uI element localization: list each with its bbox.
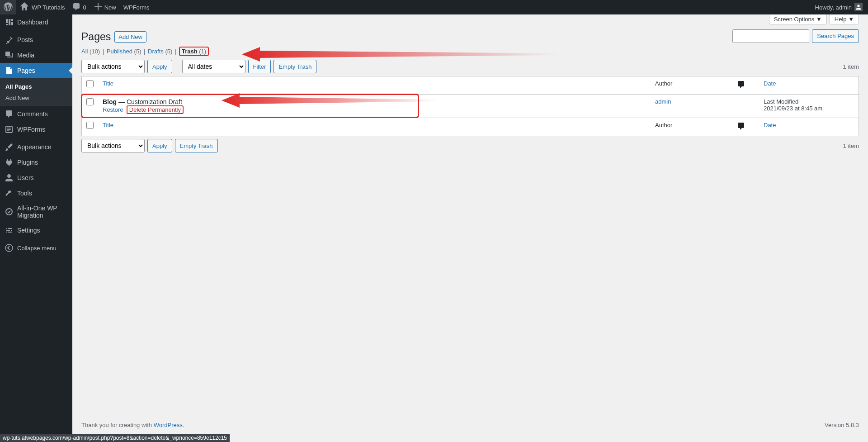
adminbar-left: WP Tutorials 0 New WPForms bbox=[0, 0, 153, 14]
main-content: Screen Options ▼ Help ▼ Pages Add New Se… bbox=[72, 14, 868, 442]
page-icon bbox=[5, 66, 14, 75]
col-title-header[interactable]: Title bbox=[98, 76, 651, 95]
wordpress-link[interactable]: WordPress bbox=[154, 422, 183, 428]
tablenav-top: Bulk actions Apply All dates Filter Empt… bbox=[81, 60, 859, 73]
page-wrap: Pages Add New Search Pages All (10) | Pu… bbox=[72, 24, 868, 152]
help-tab[interactable]: Help ▼ bbox=[830, 14, 859, 24]
plus-icon bbox=[94, 2, 103, 13]
submenu-add-new[interactable]: Add New bbox=[0, 92, 72, 104]
comments-link[interactable]: 0 bbox=[68, 0, 90, 14]
sidebar-item-plugins[interactable]: Plugins bbox=[0, 155, 72, 170]
sidebar-item-comments[interactable]: Comments bbox=[0, 106, 72, 122]
screen-meta-links: Screen Options ▼ Help ▼ bbox=[72, 14, 868, 24]
restore-link[interactable]: Restore bbox=[103, 106, 123, 113]
filter-all[interactable]: All (10) bbox=[81, 48, 100, 55]
col-date-footer[interactable]: Date bbox=[759, 118, 859, 136]
pages-submenu: All Pages Add New bbox=[0, 78, 72, 106]
comment-bubble-icon bbox=[736, 80, 745, 90]
item-count-bottom: 1 item bbox=[843, 143, 859, 149]
sidebar-item-pages[interactable]: Pages bbox=[0, 63, 72, 78]
col-comments-header[interactable] bbox=[732, 76, 759, 95]
footer-thanks: Thank you for creating with WordPress. bbox=[81, 422, 184, 428]
bulk-apply-top[interactable]: Apply bbox=[147, 60, 172, 73]
sidebar-item-tools[interactable]: Tools bbox=[0, 185, 72, 201]
row-checkbox[interactable] bbox=[86, 98, 94, 105]
status-filters: All (10) | Published (5) | Drafts (5) | … bbox=[81, 47, 859, 56]
collapse-menu-button[interactable]: Collapse menu bbox=[0, 240, 72, 256]
dashboard-icon bbox=[5, 18, 14, 27]
wordpress-logo-menu[interactable] bbox=[0, 0, 16, 14]
wpforms-label: WPForms bbox=[123, 4, 150, 11]
adminbar-right: Howdy, admin bbox=[811, 0, 868, 14]
delete-permanently-link[interactable]: Delete Permanently bbox=[129, 106, 181, 113]
search-input[interactable] bbox=[732, 29, 809, 43]
sidebar-item-appearance[interactable]: Appearance bbox=[0, 139, 72, 155]
svg-point-2 bbox=[5, 244, 13, 252]
howdy-text: Howdy, admin bbox=[815, 4, 852, 11]
sidebar-item-dashboard[interactable]: Dashboard bbox=[0, 14, 72, 30]
pages-table: Title Author Date Blog — Customization D… bbox=[81, 76, 859, 136]
table-row: Blog — Customization Draft Restore Delet… bbox=[82, 95, 859, 118]
comment-icon bbox=[5, 109, 14, 119]
filter-button[interactable]: Filter bbox=[248, 60, 271, 73]
settings-icon bbox=[5, 226, 14, 235]
row-author: admin bbox=[651, 95, 732, 118]
screen-options-tab[interactable]: Screen Options ▼ bbox=[769, 14, 827, 24]
search-button[interactable]: Search Pages bbox=[812, 29, 859, 43]
pin-icon bbox=[5, 35, 14, 44]
comment-bubble-icon bbox=[736, 122, 745, 132]
bulk-action-select-top[interactable]: Bulk actions bbox=[81, 60, 145, 73]
filter-trash-highlight: Trash (1) bbox=[179, 47, 209, 56]
footer-version: Version 5.8.3 bbox=[825, 422, 859, 428]
filter-trash[interactable]: Trash (1) bbox=[182, 48, 206, 55]
collapse-icon bbox=[5, 243, 14, 252]
home-icon bbox=[20, 2, 29, 13]
submenu-all-pages[interactable]: All Pages bbox=[0, 81, 72, 92]
plugin-icon bbox=[5, 158, 14, 167]
add-new-button[interactable]: Add New bbox=[114, 31, 146, 43]
user-profile-link[interactable]: Howdy, admin bbox=[811, 0, 866, 14]
browser-status-url: wp-tuts.atwebpages.com/wp-admin/post.php… bbox=[0, 434, 230, 442]
user-icon bbox=[5, 173, 14, 182]
page-heading: Pages Add New bbox=[81, 31, 146, 43]
sidebar-item-posts[interactable]: Posts bbox=[0, 32, 72, 48]
new-label: New bbox=[104, 4, 116, 11]
empty-trash-bottom[interactable]: Empty Trash bbox=[175, 139, 218, 152]
site-home-link[interactable]: WP Tutorials bbox=[16, 0, 68, 14]
select-all-bottom[interactable] bbox=[86, 122, 94, 129]
wordpress-logo-icon bbox=[4, 2, 13, 13]
brush-icon bbox=[5, 143, 14, 152]
search-pages: Search Pages bbox=[732, 29, 859, 43]
col-date-header[interactable]: Date bbox=[759, 76, 859, 95]
avatar-icon bbox=[854, 3, 863, 11]
sidebar-item-users[interactable]: Users bbox=[0, 170, 72, 185]
empty-trash-top[interactable]: Empty Trash bbox=[274, 60, 316, 73]
sidebar-item-wpforms[interactable]: WPForms bbox=[0, 122, 72, 137]
comment-icon bbox=[72, 2, 81, 13]
wpforms-adminbar-link[interactable]: WPForms bbox=[120, 0, 153, 14]
col-author-footer: Author bbox=[651, 118, 732, 136]
select-all-top[interactable] bbox=[86, 80, 94, 87]
sidebar-item-media[interactable]: Media bbox=[0, 48, 72, 63]
tablenav-bottom: Bulk actions Apply Empty Trash 1 item bbox=[81, 139, 859, 152]
admin-sidebar: Dashboard Posts Media Pages All Pages Ad… bbox=[0, 14, 72, 442]
author-link[interactable]: admin bbox=[655, 98, 671, 105]
col-author-header: Author bbox=[651, 76, 732, 95]
col-comments-footer[interactable] bbox=[732, 118, 759, 136]
date-filter-select[interactable]: All dates bbox=[182, 60, 245, 73]
new-content-link[interactable]: New bbox=[90, 0, 120, 14]
filter-published[interactable]: Published (5) bbox=[107, 48, 142, 55]
row-date: Last Modified 2021/09/23 at 8:45 am bbox=[759, 95, 859, 118]
wpforms-icon bbox=[5, 125, 14, 134]
bulk-action-select-bottom[interactable]: Bulk actions bbox=[81, 139, 145, 152]
row-title: Blog — Customization Draft bbox=[103, 98, 182, 105]
site-name: WP Tutorials bbox=[32, 4, 65, 11]
bulk-apply-bottom[interactable]: Apply bbox=[147, 139, 172, 152]
sidebar-item-migration[interactable]: All-in-One WP Migration bbox=[0, 201, 72, 223]
sidebar-item-settings[interactable]: Settings bbox=[0, 223, 72, 238]
filter-drafts[interactable]: Drafts (5) bbox=[148, 48, 172, 55]
media-icon bbox=[5, 51, 14, 60]
row-comments: — bbox=[732, 95, 759, 118]
admin-footer: Thank you for creating with WordPress. V… bbox=[72, 422, 868, 428]
col-title-footer[interactable]: Title bbox=[98, 118, 651, 136]
